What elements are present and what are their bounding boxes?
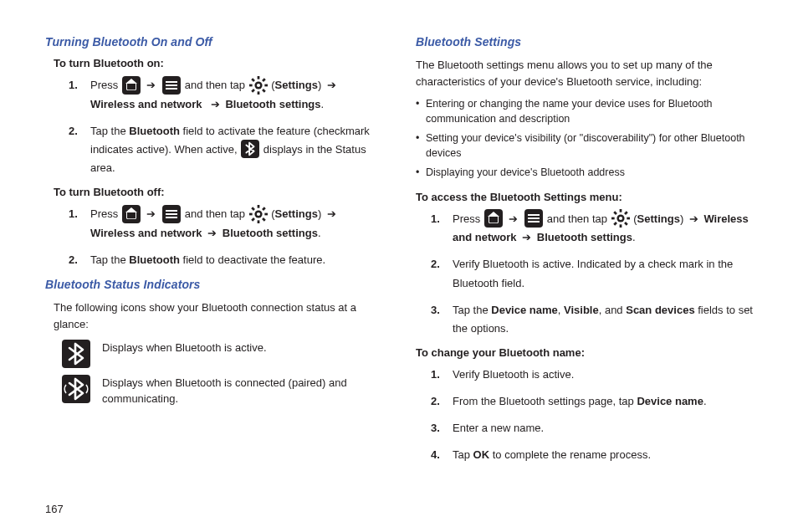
svg-line-27 [625, 212, 627, 215]
arrow-icon: ➔ [327, 207, 336, 220]
svg-point-9 [257, 83, 260, 86]
page-number: 167 [45, 503, 64, 515]
left-column: Turning Bluetooth On and Off To turn Blu… [45, 35, 382, 473]
manual-page: Turning Bluetooth On and Off To turn Blu… [0, 0, 798, 473]
wireless-network-label: Wireless and network [90, 98, 202, 110]
text: and then tap [185, 207, 248, 220]
step: Verify Bluetooth is active. [431, 366, 753, 384]
device-name-label: Device name [491, 304, 558, 316]
svg-line-25 [614, 212, 616, 215]
text: and then tap [547, 212, 611, 225]
bluetooth-connected-icon [62, 375, 90, 403]
arrow-icon: ➔ [146, 79, 156, 91]
status-row-active: Displays when Bluetooth is active. [62, 340, 382, 368]
arrow-icon: ➔ [146, 207, 156, 220]
arrow-icon: ➔ [211, 98, 220, 110]
arrow-icon: ➔ [327, 79, 336, 91]
text: Tap the [90, 253, 129, 266]
text: From the Bluetooth settings page, tap [453, 395, 637, 407]
bluetooth-settings-label: Bluetooth settings [225, 98, 320, 110]
svg-line-7 [263, 79, 265, 81]
bluetooth-field-label: Bluetooth [129, 253, 180, 266]
home-icon [122, 76, 141, 95]
steps-turn-off: Press ➔ and then tap (Settings) ➔ Wirele… [45, 205, 382, 269]
svg-point-19 [257, 212, 260, 216]
text: and then tap [185, 79, 248, 91]
text: Press [90, 79, 121, 91]
menu-icon [524, 209, 543, 228]
settings-label: Settings [275, 207, 318, 220]
subhead-turn-off: To turn Bluetooth off: [54, 186, 382, 198]
step: Press ➔ and then tap (Settings) ➔ Wirele… [69, 205, 382, 243]
arrow-icon: ➔ [522, 231, 531, 243]
wireless-network-label: Wireless and network [90, 227, 202, 239]
menu-icon [162, 205, 181, 223]
text: , and [599, 304, 627, 316]
right-column: Bluetooth Settings The Bluetooth setting… [416, 35, 753, 473]
arrow-icon: ➔ [689, 212, 698, 225]
text: field to deactivate the feature. [180, 253, 325, 266]
text: Press [453, 212, 483, 225]
arrow-icon: ➔ [509, 212, 518, 225]
text: Tap the [453, 304, 491, 316]
bullet-item: Entering or changing the name your devic… [416, 97, 753, 126]
heading-bluetooth-settings: Bluetooth Settings [416, 35, 753, 49]
gear-icon [249, 76, 268, 95]
bullet-item: Displaying your device's Bluetooth addre… [416, 166, 753, 181]
bluetooth-settings-label: Bluetooth settings [537, 231, 632, 243]
status-connected-text: Displays when Bluetooth is connected (pa… [102, 375, 382, 407]
step: Enter a new name. [431, 419, 753, 437]
step: From the Bluetooth settings page, tap De… [431, 392, 753, 411]
bluetooth-settings-label: Bluetooth settings [223, 227, 318, 239]
bullet-item: Setting your device's visibility (or "di… [416, 131, 753, 161]
svg-line-16 [263, 218, 265, 221]
subhead-turn-on: To turn Bluetooth on: [54, 57, 382, 69]
settings-bullets: Entering or changing the name your devic… [416, 97, 753, 181]
home-icon [122, 205, 141, 223]
step: Tap the Device name, Visible, and Scan d… [431, 301, 753, 338]
step: Tap the Bluetooth field to activate the … [69, 122, 382, 178]
text: Tap the [90, 125, 129, 137]
heading-status-indicators: Bluetooth Status Indicators [45, 278, 382, 291]
home-icon [484, 209, 503, 228]
step: Press ➔ and then tap (Settings) ➔ Wirele… [69, 76, 382, 114]
device-name-label: Device name [637, 395, 703, 407]
text: Press [90, 207, 121, 220]
svg-line-18 [252, 218, 254, 221]
bluetooth-icon [241, 140, 259, 158]
steps-change-name: Verify Bluetooth is active. From the Blu… [416, 366, 753, 464]
settings-intro: The Bluetooth settings menu allows you t… [416, 57, 753, 90]
gear-icon [611, 209, 630, 228]
steps-turn-on: Press ➔ and then tap (Settings) ➔ Wirele… [45, 76, 382, 177]
svg-line-5 [252, 79, 254, 81]
svg-line-26 [625, 223, 627, 225]
gear-icon [249, 205, 268, 223]
step: Tap the Bluetooth field to deactivate th… [69, 251, 382, 269]
ok-label: OK [473, 448, 490, 461]
step: Tap OK to complete the rename process. [431, 446, 753, 464]
steps-access: Press ➔ and then tap (Settings) ➔ Wirele… [416, 210, 753, 338]
svg-line-8 [252, 90, 254, 92]
bluetooth-active-icon [62, 340, 90, 368]
subhead-access: To access the Bluetooth Settings menu: [416, 191, 753, 203]
svg-line-6 [263, 90, 265, 92]
settings-label: Settings [275, 79, 318, 91]
status-row-connected: Displays when Bluetooth is connected (pa… [62, 375, 382, 407]
subhead-change-name: To change your Bluetooth name: [416, 346, 753, 359]
visible-label: Visible [564, 304, 599, 316]
menu-icon [162, 76, 181, 95]
bluetooth-field-label: Bluetooth [129, 125, 180, 137]
svg-line-17 [263, 207, 265, 210]
settings-label: Settings [637, 212, 680, 225]
text: to complete the rename process. [489, 448, 651, 461]
arrow-icon: ➔ [207, 227, 217, 239]
step: Press ➔ and then tap (Settings) ➔ Wirele… [431, 210, 753, 248]
svg-line-28 [614, 223, 616, 225]
status-active-text: Displays when Bluetooth is active. [102, 340, 267, 356]
step: Verify Bluetooth is active. Indicated by… [431, 255, 753, 292]
heading-turning-onoff: Turning Bluetooth On and Off [45, 35, 382, 49]
scan-devices-label: Scan devices [626, 304, 694, 316]
svg-line-15 [252, 207, 254, 210]
text: Tap [453, 448, 473, 461]
svg-point-29 [619, 217, 622, 220]
